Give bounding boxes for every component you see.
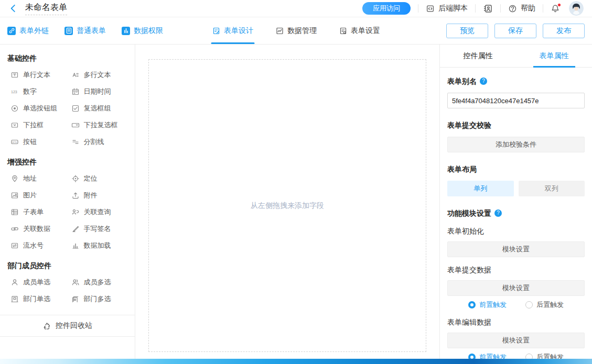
- control-item-linked-data[interactable]: 关联数据: [10, 220, 71, 237]
- sidebar-sections: 基础控件单行文本多行文本123数字日期时间单选按钮组复选框组下拉框下拉复选框BT…: [0, 47, 135, 307]
- tab-form-settings[interactable]: 表单设置: [339, 17, 380, 44]
- divider-ctl-icon: [71, 138, 80, 146]
- dropzone-placeholder: 从左侧拖拽来添加字段: [251, 201, 324, 211]
- single-column-button[interactable]: 单列: [447, 181, 514, 196]
- publish-button[interactable]: 发布: [543, 24, 585, 38]
- control-item-checkbox-group[interactable]: 复选框组: [71, 100, 132, 117]
- attachment-icon: [71, 191, 80, 200]
- module-group-submit: 表单提交数据 模块设置 前置触发 后置触发: [447, 264, 585, 310]
- control-item-number[interactable]: 123数字: [10, 83, 71, 100]
- serial-number-icon: [10, 241, 19, 250]
- contacts-icon[interactable]: [483, 4, 493, 14]
- add-validation-button[interactable]: 添加校验条件: [447, 137, 585, 152]
- control-item-locate[interactable]: 定位: [71, 170, 132, 187]
- submit-validation-label: 表单提交校验: [447, 120, 585, 130]
- form-external-link-button[interactable]: 表单外链: [7, 26, 49, 36]
- control-item-label: 数据加载: [84, 241, 111, 250]
- control-item-member-multi[interactable]: 成员多选: [71, 274, 132, 291]
- control-item-radio-group[interactable]: 单选按钮组: [10, 100, 71, 117]
- control-item-subform[interactable]: 子表单: [10, 204, 71, 220]
- pre-trigger-radio[interactable]: 前置触发: [468, 300, 507, 310]
- divider: [543, 4, 543, 13]
- preview-button[interactable]: 预览: [446, 24, 488, 38]
- control-item-attachment[interactable]: 附件: [71, 187, 132, 204]
- notification-bell-icon[interactable]: [551, 3, 561, 14]
- control-item-label: 部门多选: [84, 294, 111, 304]
- address-icon: [10, 174, 19, 183]
- module-settings-button[interactable]: 模块设置: [447, 241, 585, 257]
- control-item-datetime[interactable]: 日期时间: [71, 83, 132, 100]
- control-item-select[interactable]: 下拉框: [10, 117, 71, 134]
- control-item-label: 日期时间: [84, 87, 111, 96]
- bar-chart-icon: [122, 27, 130, 35]
- control-item-linked-query[interactable]: 关联查询: [71, 204, 132, 220]
- tab-control-properties[interactable]: 控件属性: [440, 45, 516, 67]
- tab-form-properties[interactable]: 表单属性: [516, 45, 592, 67]
- help-badge-icon[interactable]: ?: [480, 78, 487, 85]
- help-label: 帮助: [521, 4, 535, 13]
- backend-script-label: 后端脚本: [438, 4, 468, 13]
- control-recycle-bin-button[interactable]: 控件回收站: [0, 315, 135, 337]
- module-settings-button[interactable]: 模块设置: [447, 333, 585, 348]
- control-item-label: 图片: [23, 191, 37, 200]
- module-group-init: 表单初始化 模块设置: [447, 226, 585, 257]
- form-dropzone[interactable]: 从左侧拖拽来添加字段: [148, 59, 426, 352]
- signature-icon: [71, 225, 80, 233]
- post-trigger-radio[interactable]: 后置触发: [525, 300, 564, 310]
- control-item-label: 定位: [84, 174, 98, 183]
- control-item-dept-multi[interactable]: 部门多选: [71, 291, 132, 307]
- linked-query-icon: [71, 208, 80, 216]
- notification-badge: [557, 3, 561, 7]
- data-permission-button[interactable]: 数据权限: [122, 26, 163, 36]
- user-avatar[interactable]: [569, 1, 584, 16]
- form-title[interactable]: 未命名表单: [25, 2, 67, 15]
- help-button[interactable]: 帮助: [508, 4, 535, 13]
- save-button[interactable]: 保存: [494, 24, 536, 38]
- control-item-data-load[interactable]: 数据加载: [71, 237, 132, 254]
- control-item-signature[interactable]: 手写签名: [71, 220, 132, 237]
- backend-script-button[interactable]: 后端脚本: [426, 4, 468, 13]
- normal-form-button[interactable]: 普通表单: [64, 26, 106, 36]
- sidebar-section-title: 部门成员控件: [0, 254, 135, 274]
- control-item-divider-ctl[interactable]: 分割线: [71, 134, 132, 150]
- form-external-link-label: 表单外链: [19, 26, 49, 36]
- control-item-text-single[interactable]: 单行文本: [10, 67, 71, 83]
- control-item-address[interactable]: 地址: [10, 170, 71, 187]
- radio-group-icon: [10, 104, 19, 113]
- control-item-label: 流水号: [23, 241, 44, 250]
- radio-dot-icon: [468, 301, 476, 308]
- form-layout-label: 表单布局: [447, 164, 585, 174]
- back-icon[interactable]: [8, 4, 18, 13]
- data-load-icon: [71, 241, 80, 250]
- toolbar: 表单外链 普通表单 数据权限 表单设计 数据管理 表单设置 预览 保存 发布: [0, 17, 592, 45]
- control-item-dept-single[interactable]: 部门单选: [10, 291, 71, 307]
- module-group-label: 表单初始化: [447, 226, 585, 236]
- control-item-label: 成员单选: [23, 278, 50, 287]
- form-layout-toggle: 单列 双列: [447, 181, 585, 196]
- data-permission-label: 数据权限: [134, 26, 163, 36]
- control-item-image[interactable]: 图片: [10, 187, 71, 204]
- main-tabs: 表单设计 数据管理 表单设置: [212, 17, 380, 44]
- control-item-label: 附件: [84, 191, 98, 200]
- form-alias-input[interactable]: [447, 93, 585, 108]
- control-item-text-multi[interactable]: 多行文本: [71, 67, 132, 83]
- sidebar-section-grid: 成员单选成员多选部门单选部门多选: [0, 274, 135, 307]
- tab-label: 表单设置: [351, 26, 380, 36]
- help-badge-icon[interactable]: ?: [494, 209, 502, 217]
- control-item-label: 数字: [23, 87, 37, 96]
- module-settings-button[interactable]: 模块设置: [447, 280, 585, 296]
- divider: [500, 4, 501, 13]
- toolbar-actions: 预览 保存 发布: [446, 24, 585, 38]
- control-item-member-single[interactable]: 成员单选: [10, 274, 71, 291]
- control-item-serial-number[interactable]: 流水号: [10, 237, 71, 254]
- select-icon: [10, 121, 19, 129]
- recycle-label: 控件回收站: [56, 321, 92, 330]
- control-item-button-ctl[interactable]: BTN按钮: [10, 134, 71, 150]
- tab-form-design[interactable]: 表单设计: [212, 17, 253, 44]
- control-item-multi-select[interactable]: 下拉复选框: [71, 117, 132, 134]
- double-column-button[interactable]: 双列: [519, 181, 585, 196]
- app-access-button[interactable]: 应用访问: [362, 2, 411, 15]
- radio-label: 后置触发: [536, 300, 564, 310]
- tab-data-manage[interactable]: 数据管理: [275, 17, 317, 44]
- code-icon: [426, 4, 435, 13]
